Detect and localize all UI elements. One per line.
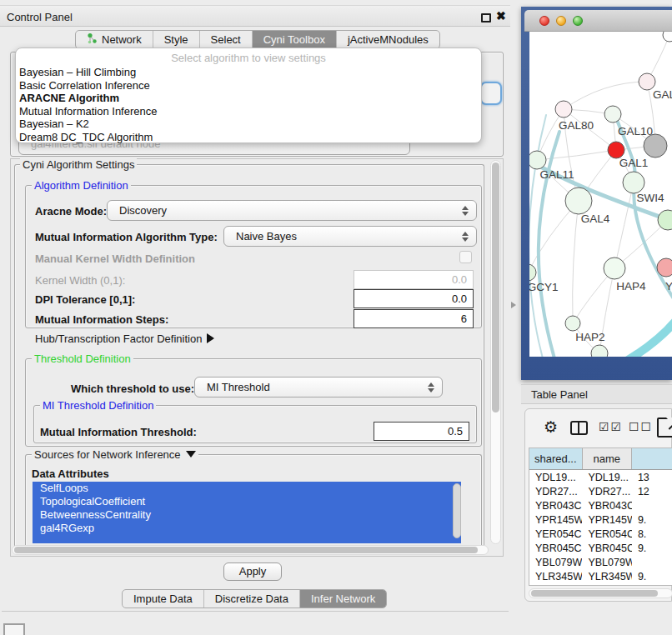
kernel-width-field[interactable]: 0.0 [354,270,474,289]
control-panel-titlebar: Control Panel ✖ [0,5,510,27]
combo-arrows-icon [427,382,434,393]
tab-discretize-data[interactable]: Discretize Data [204,590,300,608]
algorithm-option[interactable]: Bayesian – K2 [19,118,478,131]
table-row[interactable]: YLR345WYLR345W9. [529,570,672,584]
column-header[interactable] [632,448,672,469]
network-edge[interactable] [564,82,647,109]
network-node-gal1[interactable] [608,142,624,158]
mi-type-combo[interactable]: Naive Bayes [223,226,477,247]
sources-group-title[interactable]: Sources for Network Inference [32,448,198,461]
table-row[interactable]: YBR043CYBR043C [529,499,672,513]
network-node-gcy1[interactable] [529,264,536,281]
network-edge[interactable] [573,201,579,323]
zoom-traffic-light[interactable] [573,16,583,26]
mi-threshold-field[interactable]: 0.5 [374,422,469,441]
tab-label: Impute Data [133,592,193,605]
node-label: Y [665,280,672,292]
node-label: SWI4 [636,192,664,204]
table-cell [632,556,672,570]
hub-definition-toggle[interactable]: Hub/Transcription Factor Definition [35,332,214,345]
close-traffic-light[interactable] [539,16,549,26]
node-label: GAL80 [559,119,594,132]
network-edge[interactable] [628,318,672,357]
table-row[interactable]: YDL19...YDL19...13 [529,471,672,485]
network-node[interactable] [663,32,672,42]
dpi-tolerance-field[interactable]: 0.0 [354,289,474,308]
network-node-gal4[interactable] [565,188,592,214]
float-panel-icon[interactable] [481,13,491,22]
tab-cyni-toolbox[interactable]: Cyni Toolbox [253,31,337,48]
settings-horizontal-scrollbar[interactable] [12,545,489,555]
column-header-shared[interactable]: shared... [529,448,583,469]
new-table-icon[interactable] [657,418,672,438]
column-browser-icon[interactable] [570,421,588,435]
network-node-hap2[interactable] [565,316,580,331]
table-row[interactable]: YIL052CYIL052C9. [529,584,672,585]
tab-style[interactable]: Style [153,31,200,48]
minimize-traffic-light[interactable] [556,16,566,26]
network-node-gal10[interactable] [604,106,621,122]
mi-steps-field[interactable]: 6 [354,309,474,328]
node-label: GAL10 [618,125,653,138]
close-icon[interactable]: ✖ [496,9,506,22]
algorithm-option[interactable]: Bayesian – Hill Climbing [19,66,478,79]
collapse-down-icon [186,451,196,458]
algorithm-option[interactable]: Basic Correlation Inference [19,79,478,92]
tab-impute-data[interactable]: Impute Data [123,590,204,608]
network-node-gal11[interactable] [529,151,546,169]
network-graph[interactable]: GALGAL80GAL10GAL1GAL11SWI4GAL4GCY1HAP4YH… [529,32,672,357]
select-all-checks-icon[interactable]: ☑☑ [599,420,623,433]
attributes-scrollbar[interactable] [453,483,461,538]
attribute-list-item[interactable]: TopologicalCoefficient [33,495,461,508]
algorithm-option[interactable]: Dream8 DC_TDC Algorithm [19,131,478,144]
network-node-gal[interactable] [639,73,655,90]
combo-arrows-icon [461,231,469,242]
network-node[interactable] [644,134,667,158]
table-horizontal-scrollbar[interactable] [529,588,672,598]
apply-button[interactable]: Apply [223,562,282,581]
network-icon [87,32,98,47]
network-node-swi4[interactable] [623,172,644,193]
tab-select[interactable]: Select [200,31,253,48]
table-row[interactable]: YER054CYER054C8. [529,528,672,542]
attribute-list-item[interactable]: BetweennessCentrality [33,508,461,522]
tab-jactivemnodules[interactable]: jActiveMNodules [337,31,439,48]
network-canvas[interactable]: GALGAL80GAL10GAL1GAL11SWI4GAL4GCY1HAP4YH… [529,32,672,357]
column-header-name[interactable]: name [583,448,633,469]
manual-kernel-checkbox[interactable] [459,251,472,263]
data-attributes-list[interactable]: SelfLoopsTopologicalCoefficientBetweenne… [33,482,461,543]
combo-arrows-icon [461,205,469,217]
node-label: GAL11 [539,168,574,181]
settings-vertical-scrollbar[interactable] [490,160,501,544]
which-threshold-combo[interactable]: MI Threshold [194,377,443,398]
tab-infer-network[interactable]: Infer Network [300,590,386,608]
tab-network[interactable]: Network [76,31,153,48]
tab-label: Network [102,33,142,46]
algorithm-option[interactable]: Mutual Information Inference [19,105,478,118]
node-table: shared...name YDL19...YDL19...13YDR27...… [529,448,672,586]
gear-icon[interactable]: ⚙ [544,418,558,437]
algorithm-option[interactable]: ARACNE Algorithm [19,92,478,105]
attribute-list-item[interactable]: SelfLoops [33,482,461,495]
table-row[interactable]: YDR27...YDR27...12 [529,485,672,499]
table-cell: 9. [632,584,672,585]
network-node-y[interactable] [657,258,672,277]
table-row[interactable]: YPR145WYPR145W9. [529,513,672,528]
network-node-hap4[interactable] [604,258,625,279]
network-node[interactable] [658,210,672,230]
deselect-all-checks-icon[interactable]: ☐☐ [629,420,653,433]
table-cell: YDL19... [582,471,631,485]
algorithm-combo-focus-fragment[interactable] [480,82,502,105]
splitpane-arrow-icon[interactable] [511,302,516,308]
network-node-gal80[interactable] [555,101,572,118]
network-edge[interactable] [614,182,634,268]
network-edge[interactable] [537,150,616,160]
algorithm-definition-title: Algorithm Definition [32,179,131,192]
attribute-list-item[interactable]: gal4RGexp [33,522,461,535]
threshold-definition-title: Threshold Definition [32,352,133,365]
table-row[interactable]: YBR045CYBR045C9. [529,542,672,556]
docked-panel-icon[interactable] [3,623,25,635]
table-row[interactable]: YBL079WYBL079W [529,556,672,570]
network-node[interactable] [591,345,608,357]
aracne-mode-combo[interactable]: Discovery [107,200,477,221]
